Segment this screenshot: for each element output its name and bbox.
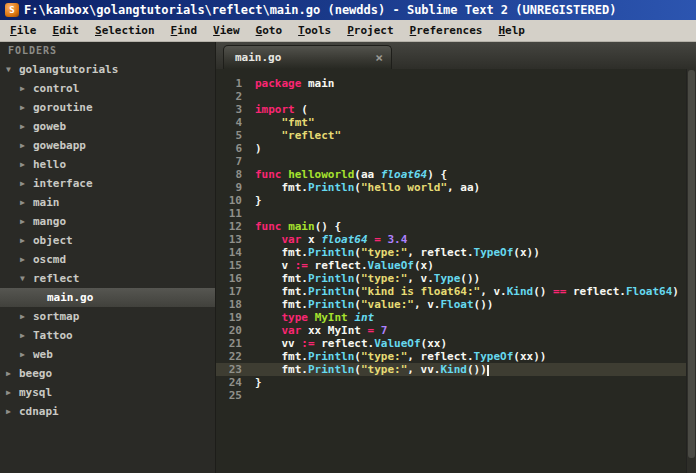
folder-Tattoo[interactable]: ▶Tattoo <box>0 326 215 345</box>
folder-sortmap[interactable]: ▶sortmap <box>0 307 215 326</box>
chevron-right-icon[interactable]: ▶ <box>20 103 33 112</box>
scrollbar-thumb[interactable] <box>688 70 695 458</box>
chevron-right-icon[interactable]: ▶ <box>20 312 33 321</box>
tree-item-label: mysql <box>19 386 52 399</box>
chevron-right-icon[interactable]: ▶ <box>6 369 19 378</box>
code-line-19[interactable]: 19 type MyInt int <box>216 311 696 324</box>
code-line-8[interactable]: 8func helloworld(aa float64) { <box>216 168 696 181</box>
code-text: v := reflect.ValueOf(x) <box>255 259 696 272</box>
tree-item-label: Tattoo <box>33 329 73 342</box>
folder-cdnapi[interactable]: ▶cdnapi <box>0 402 215 421</box>
code-line-2[interactable]: 2 <box>216 90 696 103</box>
chevron-right-icon[interactable]: ▶ <box>20 217 33 226</box>
chevron-right-icon[interactable]: ▶ <box>20 84 33 93</box>
tree-item-label: main.go <box>47 291 93 304</box>
tree-item-label: interface <box>33 177 93 190</box>
tree-item-label: gowebapp <box>33 139 86 152</box>
window-title: F:\kanbox\golangtutorials\reflect\main.g… <box>24 3 616 17</box>
folder-mango[interactable]: ▶mango <box>0 212 215 231</box>
folder-control[interactable]: ▶control <box>0 79 215 98</box>
line-number: 8 <box>216 168 242 181</box>
folder-goroutine[interactable]: ▶goroutine <box>0 98 215 117</box>
menu-file[interactable]: File <box>2 20 45 41</box>
code-line-1[interactable]: 1package main <box>216 77 696 90</box>
menu-selection[interactable]: Selection <box>87 20 163 41</box>
vertical-scrollbar[interactable] <box>686 69 696 473</box>
folder-oscmd[interactable]: ▶oscmd <box>0 250 215 269</box>
line-number: 20 <box>216 324 242 337</box>
folder-hello[interactable]: ▶hello <box>0 155 215 174</box>
menu-find[interactable]: Find <box>163 20 206 41</box>
folder-reflect[interactable]: ▼reflect <box>0 269 215 288</box>
code-line-23[interactable]: 23 fmt.Println("type:", vv.Kind()) <box>216 363 696 376</box>
chevron-right-icon[interactable]: ▶ <box>20 179 33 188</box>
code-line-15[interactable]: 15 v := reflect.ValueOf(x) <box>216 259 696 272</box>
line-number: 3 <box>216 103 242 116</box>
folder-main[interactable]: ▶main <box>0 193 215 212</box>
folder-goweb[interactable]: ▶goweb <box>0 117 215 136</box>
menu-help[interactable]: Help <box>490 20 533 41</box>
code-line-4[interactable]: 4 "fmt" <box>216 116 696 129</box>
code-line-18[interactable]: 18 fmt.Println("value:", v.Float()) <box>216 298 696 311</box>
tree-item-label: hello <box>33 158 66 171</box>
chevron-right-icon[interactable]: ▶ <box>20 255 33 264</box>
title-bar[interactable]: S F:\kanbox\golangtutorials\reflect\main… <box>0 0 696 20</box>
folder-interface[interactable]: ▶interface <box>0 174 215 193</box>
code-line-3[interactable]: 3import ( <box>216 103 696 116</box>
code-lines: 1package main23import (4 "fmt"5 "reflect… <box>216 77 696 402</box>
chevron-down-icon[interactable]: ▼ <box>6 65 19 74</box>
folder-web[interactable]: ▶web <box>0 345 215 364</box>
chevron-right-icon[interactable]: ▶ <box>20 122 33 131</box>
code-line-24[interactable]: 24} <box>216 376 696 389</box>
code-area[interactable]: 1package main23import (4 "fmt"5 "reflect… <box>216 69 696 473</box>
code-line-5[interactable]: 5 "reflect" <box>216 129 696 142</box>
tree-item-label: control <box>33 82 79 95</box>
folder-golangtutorials[interactable]: ▼golangtutorials <box>0 60 215 79</box>
folder-beego[interactable]: ▶beego <box>0 364 215 383</box>
code-line-7[interactable]: 7 <box>216 155 696 168</box>
chevron-right-icon[interactable]: ▶ <box>20 141 33 150</box>
tab-close-icon[interactable]: × <box>375 50 383 65</box>
code-line-12[interactable]: 12func main() { <box>216 220 696 233</box>
code-text: "reflect" <box>255 129 696 142</box>
folder-object[interactable]: ▶object <box>0 231 215 250</box>
code-line-14[interactable]: 14 fmt.Println("type:", reflect.TypeOf(x… <box>216 246 696 259</box>
tab-main-go[interactable]: main.go × <box>223 45 392 69</box>
line-number: 13 <box>216 233 242 246</box>
menu-preferences[interactable]: Preferences <box>402 20 491 41</box>
code-text: } <box>255 376 696 389</box>
code-line-25[interactable]: 25 <box>216 389 696 402</box>
code-text: func main() { <box>255 220 696 233</box>
code-line-22[interactable]: 22 fmt.Println("type:", reflect.TypeOf(x… <box>216 350 696 363</box>
chevron-down-icon[interactable]: ▼ <box>20 274 33 283</box>
folder-gowebapp[interactable]: ▶gowebapp <box>0 136 215 155</box>
file-main.go[interactable]: main.go <box>0 288 215 307</box>
chevron-right-icon[interactable]: ▶ <box>20 198 33 207</box>
chevron-right-icon[interactable]: ▶ <box>20 160 33 169</box>
menu-tools[interactable]: Tools <box>290 20 339 41</box>
chevron-right-icon[interactable]: ▶ <box>6 407 19 416</box>
line-number: 16 <box>216 272 242 285</box>
line-number: 25 <box>216 389 242 402</box>
code-line-10[interactable]: 10} <box>216 194 696 207</box>
main-area: FOLDERS ▼golangtutorials▶control▶gorouti… <box>0 42 696 473</box>
menu-project[interactable]: Project <box>339 20 401 41</box>
folder-mysql[interactable]: ▶mysql <box>0 383 215 402</box>
menu-view[interactable]: View <box>205 20 248 41</box>
chevron-right-icon[interactable]: ▶ <box>20 236 33 245</box>
code-line-17[interactable]: 17 fmt.Println("kind is float64:", v.Kin… <box>216 285 696 298</box>
menu-goto[interactable]: Goto <box>248 20 291 41</box>
code-line-6[interactable]: 6) <box>216 142 696 155</box>
code-line-21[interactable]: 21 vv := reflect.ValueOf(xx) <box>216 337 696 350</box>
code-line-11[interactable]: 11 <box>216 207 696 220</box>
code-line-9[interactable]: 9 fmt.Println("hello world", aa) <box>216 181 696 194</box>
code-line-16[interactable]: 16 fmt.Println("type:", v.Type()) <box>216 272 696 285</box>
code-line-20[interactable]: 20 var xx MyInt = 7 <box>216 324 696 337</box>
chevron-right-icon[interactable]: ▶ <box>20 350 33 359</box>
chevron-right-icon[interactable]: ▶ <box>6 388 19 397</box>
menu-edit[interactable]: Edit <box>45 20 88 41</box>
chevron-right-icon[interactable]: ▶ <box>20 331 33 340</box>
menu-bar: FileEditSelectionFindViewGotoToolsProjec… <box>0 20 696 42</box>
folder-tree: ▼golangtutorials▶control▶goroutine▶goweb… <box>0 60 215 473</box>
code-line-13[interactable]: 13 var x float64 = 3.4 <box>216 233 696 246</box>
